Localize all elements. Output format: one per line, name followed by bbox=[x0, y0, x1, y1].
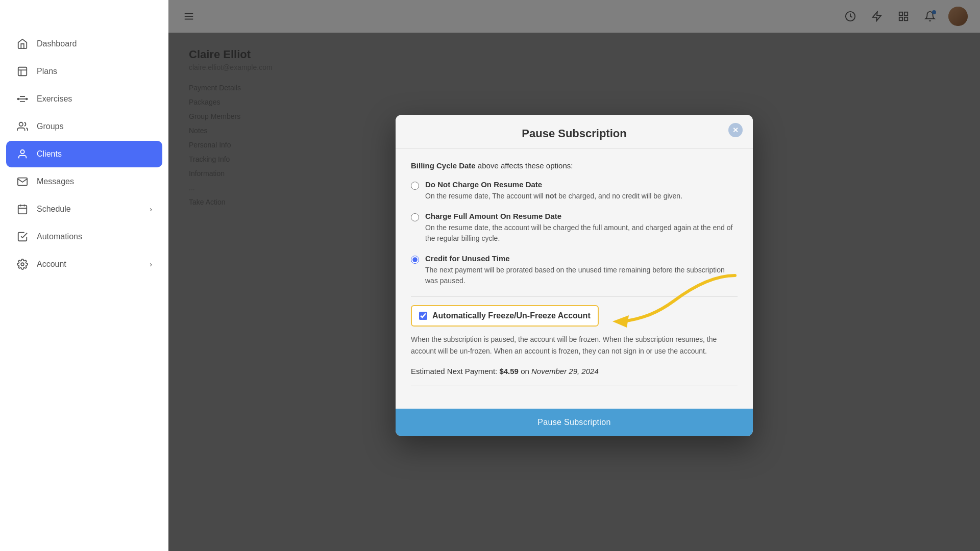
estimated-amount: $4.59 bbox=[499, 367, 519, 375]
main-area: Claire Elliot claire.elliot@example.com … bbox=[168, 0, 980, 551]
modal-header: Pause Subscription ✕ bbox=[396, 115, 753, 149]
messages-icon bbox=[16, 176, 29, 188]
modal-close-button[interactable]: ✕ bbox=[728, 123, 743, 137]
sidebar-item-label: Messages bbox=[37, 177, 74, 186]
estimated-label: Estimated Next Payment: bbox=[411, 367, 497, 375]
chevron-right-icon: › bbox=[150, 260, 152, 268]
chevron-right-icon: › bbox=[150, 205, 152, 213]
exercises-icon bbox=[16, 93, 29, 105]
sidebar-item-label: Dashboard bbox=[37, 39, 77, 48]
radio-no-charge[interactable] bbox=[411, 182, 419, 190]
schedule-icon bbox=[16, 203, 29, 215]
pause-subscription-button[interactable]: Pause Subscription bbox=[396, 409, 753, 436]
svg-rect-7 bbox=[18, 206, 27, 214]
account-icon bbox=[16, 258, 29, 270]
sidebar-item-label: Schedule bbox=[37, 205, 71, 214]
sidebar-item-plans[interactable]: Plans bbox=[6, 58, 162, 85]
sidebar-item-label: Automations bbox=[37, 232, 82, 241]
sidebar: Dashboard Plans Exercises Groups Clients bbox=[0, 0, 168, 551]
plans-icon bbox=[16, 65, 29, 78]
modal-body: Billing Cycle Date above affects these o… bbox=[396, 149, 753, 409]
sidebar-item-exercises[interactable]: Exercises bbox=[6, 86, 162, 112]
radio-credit-label: Credit for Unused Time bbox=[425, 254, 738, 263]
modal-overlay[interactable]: Pause Subscription ✕ Billing Cycle Date … bbox=[168, 0, 980, 551]
freeze-checkbox[interactable] bbox=[419, 312, 427, 320]
sidebar-item-schedule[interactable]: Schedule › bbox=[6, 196, 162, 222]
estimated-on: on bbox=[521, 367, 531, 375]
radio-full-amount-label: Charge Full Amount On Resume Date bbox=[425, 212, 738, 220]
groups-icon bbox=[16, 120, 29, 133]
sidebar-item-automations[interactable]: Automations bbox=[6, 223, 162, 250]
sidebar-item-account[interactable]: Account › bbox=[6, 251, 162, 278]
radio-full-amount-desc: On the resume date, the account will be … bbox=[425, 222, 738, 244]
pause-subscription-modal: Pause Subscription ✕ Billing Cycle Date … bbox=[396, 115, 753, 436]
automations-icon bbox=[16, 231, 29, 243]
sidebar-nav: Dashboard Plans Exercises Groups Clients bbox=[0, 31, 168, 278]
billing-cycle-bold: Billing Cycle Date bbox=[411, 161, 476, 170]
estimated-payment: Estimated Next Payment: $4.59 on Novembe… bbox=[411, 367, 738, 386]
modal-footer: Pause Subscription bbox=[396, 409, 753, 436]
clients-icon bbox=[16, 148, 29, 160]
radio-credit-content: Credit for Unused Time The next payment … bbox=[425, 254, 738, 286]
sidebar-item-dashboard[interactable]: Dashboard bbox=[6, 31, 162, 57]
sidebar-item-clients[interactable]: Clients bbox=[6, 141, 162, 167]
sidebar-item-label: Clients bbox=[37, 149, 62, 159]
radio-full-amount[interactable] bbox=[411, 213, 419, 221]
radio-option-credit: Credit for Unused Time The next payment … bbox=[411, 254, 738, 286]
freeze-description: When the subscription is paused, the acc… bbox=[411, 334, 738, 357]
svg-point-6 bbox=[20, 150, 24, 154]
estimated-date: November 29, 2024 bbox=[531, 367, 599, 375]
home-icon bbox=[16, 38, 29, 50]
sidebar-item-label: Plans bbox=[37, 67, 57, 76]
radio-credit-unused[interactable] bbox=[411, 256, 419, 264]
billing-cycle-text: above affects these options: bbox=[476, 161, 573, 170]
freeze-checkbox-section: Automatically Freeze/Un-Freeze Account bbox=[411, 305, 599, 327]
sidebar-item-label: Exercises bbox=[37, 94, 72, 104]
billing-cycle-note: Billing Cycle Date above affects these o… bbox=[411, 161, 738, 170]
svg-rect-0 bbox=[18, 67, 27, 76]
sidebar-item-groups[interactable]: Groups bbox=[6, 113, 162, 140]
radio-no-charge-desc: On the resume date, The account will not… bbox=[425, 191, 682, 202]
logo bbox=[0, 10, 168, 31]
radio-option-no-charge: Do Not Charge On Resume Date On the resu… bbox=[411, 180, 738, 202]
modal-title: Pause Subscription bbox=[411, 127, 738, 140]
radio-credit-desc: The next payment will be prorated based … bbox=[425, 265, 738, 286]
freeze-checkbox-label[interactable]: Automatically Freeze/Un-Freeze Account bbox=[432, 311, 591, 320]
svg-point-11 bbox=[21, 263, 24, 266]
radio-no-charge-label: Do Not Charge On Resume Date bbox=[425, 180, 682, 189]
radio-full-amount-content: Charge Full Amount On Resume Date On the… bbox=[425, 212, 738, 244]
radio-option-full-amount: Charge Full Amount On Resume Date On the… bbox=[411, 212, 738, 244]
sidebar-item-label: Groups bbox=[37, 122, 63, 131]
divider bbox=[411, 296, 738, 297]
svg-point-5 bbox=[19, 122, 23, 126]
radio-no-charge-content: Do Not Charge On Resume Date On the resu… bbox=[425, 180, 682, 202]
sidebar-item-label: Account bbox=[37, 260, 66, 269]
sidebar-item-messages[interactable]: Messages bbox=[6, 168, 162, 195]
